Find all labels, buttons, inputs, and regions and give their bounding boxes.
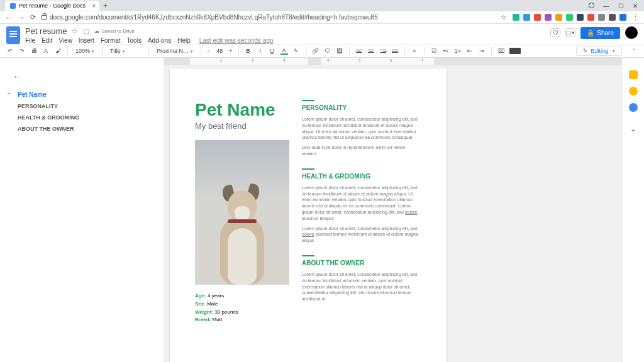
align-center-icon[interactable] — [367, 47, 375, 55]
maximize-button[interactable]: ☐ — [618, 3, 624, 9]
section-heading[interactable]: ABOUT THE OWNER — [302, 259, 421, 268]
input-tools-icon[interactable] — [509, 48, 521, 54]
address-bar: ← → ⟳ docs.google.com/document/d/1Ryd46K… — [0, 11, 644, 24]
move-icon[interactable]: ▢ — [83, 27, 89, 35]
mode-select[interactable]: ✎Editing▾ — [576, 46, 622, 56]
forward-button[interactable]: → — [18, 14, 25, 21]
back-button[interactable]: ← — [5, 14, 12, 21]
document-outline: ← Pet Name PERSONALITY HEALTH & GROOMING… — [0, 65, 164, 362]
close-window-button[interactable]: ✕ — [633, 3, 638, 9]
section-owner[interactable]: ABOUT THE OWNER Lorem ipsum dolor sit am… — [302, 255, 421, 302]
bullet-list-icon[interactable]: •≡ — [442, 47, 450, 55]
number-list-icon[interactable]: 1≡ — [454, 47, 462, 55]
pet-stats[interactable]: Age: 4 years Sex: Male Weight: 33 pounds… — [195, 292, 289, 324]
line-spacing-icon[interactable]: ≡ — [411, 47, 418, 55]
menu-tools[interactable]: Tools — [127, 37, 142, 44]
menu-file[interactable]: File — [25, 37, 35, 44]
bookmark-star-icon[interactable]: ☆ — [501, 13, 507, 21]
account-avatar[interactable] — [625, 26, 638, 39]
ext-icon[interactable] — [619, 14, 626, 21]
section-personality[interactable]: PERSONALITY Lorem ipsum dolor sit amet, … — [302, 100, 421, 157]
menu-format[interactable]: Format — [101, 37, 121, 44]
browser-tab[interactable]: Pet resume - Google Docs × — [5, 1, 99, 11]
italic-icon[interactable]: I — [257, 47, 264, 55]
highlight-icon[interactable]: ✎ — [292, 47, 300, 55]
section-health[interactable]: HEALTH & GROOMING Lorem ipsum dolor sit … — [302, 168, 421, 244]
undo-icon[interactable]: ↶ — [6, 47, 14, 55]
close-outline-icon[interactable]: ← — [13, 72, 151, 81]
font-size-inc[interactable]: + — [229, 48, 232, 54]
reload-button[interactable]: ⟳ — [30, 13, 36, 21]
style-select[interactable]: Title▾ — [108, 48, 143, 54]
doc-subtitle[interactable]: My best friend — [195, 121, 289, 131]
share-button[interactable]: 🔒Share — [580, 27, 620, 39]
new-tab-button[interactable]: + — [103, 1, 108, 10]
keep-icon-2[interactable] — [629, 87, 638, 96]
ext-icon[interactable] — [587, 14, 594, 21]
horizontal-ruler[interactable]: 1 2 3 4 5 6 7 — [164, 58, 622, 65]
collapse-toolbar-icon[interactable]: ˆ — [630, 47, 638, 55]
align-justify-icon[interactable] — [391, 47, 399, 55]
add-addon-icon[interactable]: + — [629, 126, 638, 134]
menu-help[interactable]: Help — [177, 37, 191, 44]
ext-icon[interactable] — [555, 14, 562, 21]
paint-format-icon[interactable]: 🖌 — [54, 47, 62, 55]
spellcheck-icon[interactable]: Ā — [42, 47, 50, 55]
document-title[interactable]: Pet resume — [25, 26, 67, 36]
ext-icon[interactable] — [523, 14, 530, 21]
ext-icon[interactable] — [566, 14, 573, 21]
checklist-icon[interactable]: ☑ — [430, 47, 438, 55]
comment-history-icon[interactable]: 🗨 — [550, 28, 560, 37]
menu-addons[interactable]: Add-ons — [148, 37, 171, 44]
print-icon[interactable]: 🖶 — [30, 47, 38, 55]
align-right-icon[interactable] — [379, 47, 387, 55]
tab-title: Pet resume - Google Docs — [19, 3, 86, 9]
keep-icon[interactable] — [629, 70, 638, 79]
align-left-icon[interactable] — [355, 47, 363, 55]
ext-icon[interactable] — [513, 14, 519, 21]
favicon — [10, 3, 16, 9]
ext-icon[interactable] — [598, 14, 605, 21]
bold-icon[interactable]: B — [245, 47, 252, 55]
ext-icon[interactable] — [534, 14, 541, 21]
ext-icon[interactable] — [609, 14, 616, 21]
menu-insert[interactable]: Insert — [79, 37, 94, 44]
text-color-icon[interactable]: A — [280, 47, 288, 55]
zoom-select[interactable]: 100%▾ — [74, 48, 96, 54]
pet-photo[interactable] — [195, 140, 289, 285]
last-edit-link[interactable]: Last edit was seconds ago — [199, 37, 274, 44]
outline-item[interactable]: ABOUT THE OWNER — [13, 123, 151, 134]
document-page[interactable]: Pet Name My best friend Age: 4 years Sex… — [170, 69, 447, 362]
save-status: ☁Saved to Drive — [94, 28, 134, 34]
tasks-icon[interactable] — [629, 103, 638, 112]
underline-icon[interactable]: U — [269, 47, 276, 55]
present-icon[interactable]: ▢▾ — [565, 28, 575, 37]
ext-icon[interactable] — [577, 14, 584, 21]
star-icon[interactable]: ☆ — [72, 27, 78, 35]
link-icon[interactable]: 🔗 — [312, 47, 319, 55]
ext-icon[interactable] — [545, 14, 552, 21]
docs-logo-icon[interactable] — [6, 26, 20, 44]
outline-item[interactable]: HEALTH & GROOMING — [13, 112, 151, 123]
redo-icon[interactable]: ↷ — [18, 47, 26, 55]
doc-heading-title[interactable]: Pet Name — [195, 100, 289, 120]
menu-edit[interactable]: Edit — [42, 37, 52, 44]
font-select[interactable]: Proxima N…▾ — [155, 48, 195, 54]
clear-format-icon[interactable]: ⌧ — [497, 47, 505, 55]
outline-item[interactable]: PERSONALITY — [13, 101, 151, 112]
menu-view[interactable]: View — [58, 37, 72, 44]
font-size-dec[interactable]: − — [207, 48, 210, 54]
minimize-button[interactable]: — — [603, 3, 609, 9]
insert-image-icon[interactable]: 🖼 — [336, 47, 343, 55]
outline-item[interactable]: Pet Name — [13, 89, 151, 101]
outdent-icon[interactable]: ⇤ — [466, 47, 474, 55]
section-heading[interactable]: PERSONALITY — [302, 104, 421, 112]
add-comment-icon[interactable]: 🗨 — [324, 47, 331, 55]
url-box[interactable]: docs.google.com/document/d/1Ryd46KJzdbcx… — [42, 14, 495, 21]
page-canvas[interactable]: Pet Name My best friend Age: 4 years Sex… — [164, 65, 622, 362]
indent-icon[interactable]: ⇥ — [478, 47, 486, 55]
chrome-menu-icon[interactable]: ⋮ — [632, 13, 639, 21]
close-tab-icon[interactable]: × — [92, 3, 96, 9]
section-heading[interactable]: HEALTH & GROOMING — [302, 172, 421, 181]
font-size-input[interactable]: 48 — [214, 48, 225, 54]
